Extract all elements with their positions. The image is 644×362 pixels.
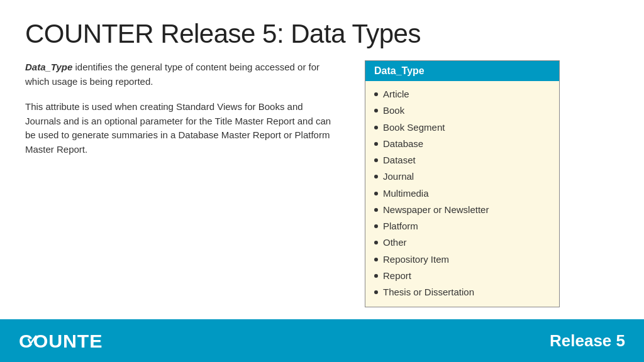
- bullet-icon: [374, 126, 378, 129]
- list-item-label: Repository Item: [383, 251, 449, 268]
- data-type-list: ArticleBookBook SegmentDatabaseDatasetJo…: [365, 81, 559, 307]
- left-column: Data_Type identifies the general type of…: [25, 60, 340, 307]
- list-item: Platform: [374, 218, 550, 234]
- page-title: COUNTER Release 5: Data Types: [25, 19, 619, 49]
- list-item: Book: [374, 102, 550, 119]
- list-item-label: Book: [383, 102, 404, 119]
- description-paragraph-1: Data_Type identifies the general type of…: [25, 60, 340, 89]
- list-item-label: Report: [383, 268, 411, 284]
- list-item: Article: [374, 86, 550, 102]
- bullet-icon: [374, 192, 378, 195]
- list-item-label: Multimedia: [383, 185, 429, 202]
- bullet-icon: [374, 208, 378, 212]
- list-item-label: Platform: [383, 218, 418, 234]
- right-column: Data_Type ArticleBookBook SegmentDatabas…: [365, 60, 560, 307]
- list-item: Multimedia: [374, 185, 550, 202]
- list-item: Dataset: [374, 152, 550, 168]
- list-item-label: Thesis or Dissertation: [383, 284, 474, 300]
- list-item-label: Dataset: [383, 152, 416, 168]
- list-item-label: Other: [383, 234, 407, 251]
- bullet-icon: [374, 258, 378, 261]
- bullet-icon: [374, 92, 378, 96]
- list-item-label: Newspaper or Newsletter: [383, 202, 489, 218]
- counter-logo-svg: COUNTER: [19, 329, 104, 353]
- table-header: Data_Type: [365, 61, 559, 81]
- list-item: Database: [374, 136, 550, 152]
- two-column-layout: Data_Type identifies the general type of…: [25, 60, 619, 307]
- list-item-label: Book Segment: [383, 119, 445, 136]
- list-item: Book Segment: [374, 119, 550, 136]
- bullet-icon: [374, 142, 378, 146]
- list-item: Newspaper or Newsletter: [374, 202, 550, 218]
- bullet-icon: [374, 175, 378, 178]
- description-paragraph-2: This attribute is used when creating Sta…: [25, 100, 340, 156]
- main-content: COUNTER Release 5: Data Types Data_Type …: [0, 0, 644, 318]
- footer-bar: COUNTER Release 5: [0, 319, 644, 362]
- list-item-label: Article: [383, 86, 409, 102]
- bullet-icon: [374, 290, 378, 294]
- bullet-icon: [374, 241, 378, 244]
- bullet-icon: [374, 274, 378, 278]
- release-label: Release 5: [550, 331, 625, 351]
- list-item: Report: [374, 268, 550, 284]
- list-item: Journal: [374, 168, 550, 185]
- counter-logo: COUNTER: [19, 329, 104, 353]
- list-item-label: Journal: [383, 168, 414, 185]
- list-item: Other: [374, 234, 550, 251]
- data-type-bold: Data_Type: [25, 62, 72, 72]
- list-item-label: Database: [383, 136, 423, 152]
- bullet-icon: [374, 224, 378, 228]
- list-item: Repository Item: [374, 251, 550, 268]
- bullet-icon: [374, 158, 378, 162]
- data-type-table: Data_Type ArticleBookBook SegmentDatabas…: [365, 60, 560, 307]
- bullet-icon: [374, 109, 378, 112]
- list-item: Thesis or Dissertation: [374, 284, 550, 300]
